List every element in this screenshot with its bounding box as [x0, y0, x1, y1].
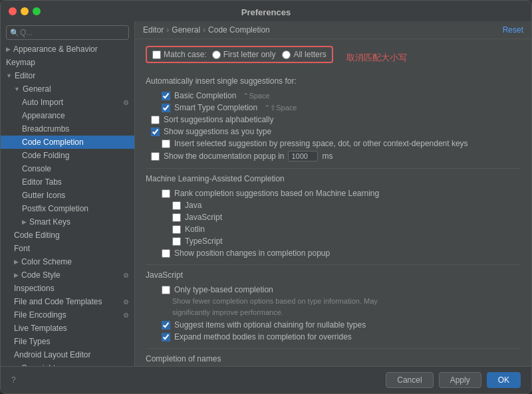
- sidebar-item-label: Editor: [15, 71, 35, 80]
- show-suggestions-label: Show suggestions as you type: [164, 127, 271, 136]
- separator2: [146, 264, 521, 265]
- js-type-based-desc: Show fewer completion options based on t…: [172, 296, 378, 318]
- ml-javascript-checkbox[interactable]: [172, 213, 181, 222]
- smart-completion-shortcut: ⌃⇧Space: [264, 104, 297, 112]
- sidebar-item-appearance-behavior[interactable]: ▶ Appearance & Behavior: [1, 43, 134, 56]
- close-button[interactable]: [9, 7, 17, 15]
- ml-kotlin-row: Kotlin: [146, 223, 521, 235]
- breadcrumb-general[interactable]: General: [172, 25, 200, 35]
- sidebar-item-code-completion[interactable]: Code Completion: [1, 136, 134, 149]
- chevron-down-icon: ▼: [6, 72, 12, 79]
- sidebar-item-editor-tabs[interactable]: Editor Tabs: [1, 175, 134, 189]
- sidebar-item-keymap[interactable]: Keymap: [1, 56, 134, 69]
- sidebar-item-label: Breadcrumbs: [22, 124, 69, 134]
- js-type-based-row: Only type-based completion: [146, 284, 521, 296]
- breadcrumb: Editor › General › Code Completion Reset: [135, 21, 531, 39]
- sidebar-item-label: Code Editing: [14, 231, 60, 240]
- sidebar-item-label: Inspections: [14, 284, 55, 293]
- chevron-down-icon: ▼: [14, 86, 20, 92]
- sidebar-item-smart-keys[interactable]: ▶ Smart Keys: [1, 215, 134, 229]
- sidebar-item-label: Keymap: [6, 58, 35, 67]
- sidebar-item-label: Editor Tabs: [22, 177, 62, 187]
- ml-javascript-label: JavaScript: [185, 213, 222, 222]
- sidebar-item-auto-import[interactable]: Auto Import ⚙: [1, 96, 134, 109]
- show-documentation-checkbox[interactable]: [151, 152, 160, 161]
- sidebar-item-label: File Types: [14, 337, 50, 346]
- show-suggestions-checkbox[interactable]: [151, 128, 160, 136]
- apply-button[interactable]: Apply: [439, 372, 481, 388]
- doc-popup-ms-input[interactable]: [288, 151, 318, 161]
- sidebar-item-inspections[interactable]: Inspections: [1, 282, 134, 295]
- sidebar-item-label: Console: [22, 164, 51, 173]
- sort-alphabetically-checkbox[interactable]: [151, 116, 160, 124]
- ml-javascript-row: JavaScript: [146, 211, 521, 223]
- radio-all-letters[interactable]: All letters: [282, 50, 326, 59]
- sidebar-item-file-encodings[interactable]: File Encodings ⚙: [1, 308, 134, 322]
- basic-completion-label: Basic Completion: [174, 91, 236, 100]
- match-case-box: Match case: First letter only All letter…: [146, 46, 333, 63]
- sidebar-item-android-layout-editor[interactable]: Android Layout Editor: [1, 348, 134, 361]
- match-case-label[interactable]: Match case:: [152, 50, 207, 59]
- maximize-button[interactable]: [33, 7, 41, 15]
- sidebar-item-file-and-code-templates[interactable]: File and Code Templates ⚙: [1, 295, 134, 308]
- help-icon[interactable]: ?: [11, 375, 16, 385]
- gear-icon: ⚙: [123, 298, 129, 306]
- smart-completion-row: Smart Type Completion ⌃⇧Space: [146, 102, 521, 114]
- sidebar-item-color-scheme[interactable]: ▶ Color Scheme: [1, 255, 134, 268]
- sidebar-item-copyright[interactable]: ▶ Copyright ⚙: [1, 361, 134, 366]
- ml-typescript-checkbox[interactable]: [172, 237, 181, 246]
- basic-completion-row: Basic Completion ⌃Space: [146, 90, 521, 102]
- separator3: [146, 348, 521, 349]
- search-input[interactable]: [6, 25, 129, 40]
- ml-kotlin-checkbox[interactable]: [172, 225, 181, 234]
- cancel-button[interactable]: Cancel: [386, 372, 433, 388]
- js-nullable-checkbox[interactable]: [162, 321, 170, 330]
- radio-first-letter[interactable]: First letter only: [212, 50, 276, 59]
- sidebar-item-label: General: [23, 84, 51, 94]
- ml-show-position-checkbox[interactable]: [162, 249, 170, 258]
- match-case-checkbox[interactable]: [152, 50, 161, 59]
- sidebar-item-label: Code Folding: [22, 151, 69, 160]
- sidebar-item-live-templates[interactable]: Live Templates: [1, 322, 134, 335]
- breadcrumb-path: Editor › General › Code Completion: [143, 25, 270, 35]
- sidebar-item-breadcrumbs[interactable]: Breadcrumbs: [1, 122, 134, 136]
- sidebar-item-code-folding[interactable]: Code Folding: [1, 149, 134, 162]
- js-nullable-row: Suggest items with optional chaining for…: [146, 319, 521, 331]
- sidebar-item-file-types[interactable]: File Types: [1, 335, 134, 348]
- footer: ? Cancel Apply OK: [1, 366, 531, 393]
- separator1: [146, 168, 521, 169]
- ml-rank-checkbox[interactable]: [162, 189, 170, 198]
- completion-names-section-label: Completion of names: [146, 354, 521, 363]
- js-expand-method-checkbox[interactable]: [162, 333, 170, 342]
- ok-button[interactable]: OK: [487, 372, 521, 388]
- search-wrapper: 🔍: [1, 23, 134, 43]
- sidebar-item-appearance[interactable]: Appearance: [1, 109, 134, 122]
- reset-link[interactable]: Reset: [503, 25, 523, 35]
- chevron-right-icon: ▶: [6, 46, 11, 52]
- ml-typescript-label: TypeScript: [185, 237, 223, 246]
- sidebar-item-code-editing[interactable]: Code Editing: [1, 229, 134, 242]
- sidebar-item-label: Live Templates: [14, 324, 67, 333]
- window-title: Preferences: [241, 7, 291, 17]
- sidebar-item-console[interactable]: Console: [1, 162, 134, 175]
- ml-java-checkbox[interactable]: [172, 201, 181, 210]
- breadcrumb-editor[interactable]: Editor: [143, 25, 164, 35]
- title-bar: Preferences: [1, 1, 531, 21]
- sidebar-item-font[interactable]: Font: [1, 242, 134, 255]
- panel-content: Match case: First letter only All letter…: [135, 39, 531, 366]
- js-type-based-checkbox[interactable]: [162, 286, 170, 294]
- ms-label: ms: [322, 151, 332, 161]
- show-documentation-label: Show the documentation popup in: [164, 151, 284, 161]
- smart-completion-checkbox[interactable]: [162, 104, 170, 112]
- sidebar-item-code-style[interactable]: ▶ Code Style ⚙: [1, 268, 134, 282]
- basic-completion-checkbox[interactable]: [162, 92, 170, 100]
- sidebar-item-general[interactable]: ▼ General: [1, 82, 134, 96]
- sidebar-item-gutter-icons[interactable]: Gutter Icons: [1, 189, 134, 202]
- insert-selected-checkbox[interactable]: [162, 140, 170, 148]
- minimize-button[interactable]: [21, 7, 29, 15]
- sidebar-item-postfix-completion[interactable]: Postfix Completion: [1, 202, 134, 215]
- insert-selected-row: Insert selected suggestion by pressing s…: [146, 138, 521, 149]
- ml-rank-row: Rank completion suggestions based on Mac…: [146, 187, 521, 199]
- annotation-text: 取消匹配大小写: [346, 52, 407, 64]
- sidebar-item-editor[interactable]: ▼ Editor: [1, 69, 134, 82]
